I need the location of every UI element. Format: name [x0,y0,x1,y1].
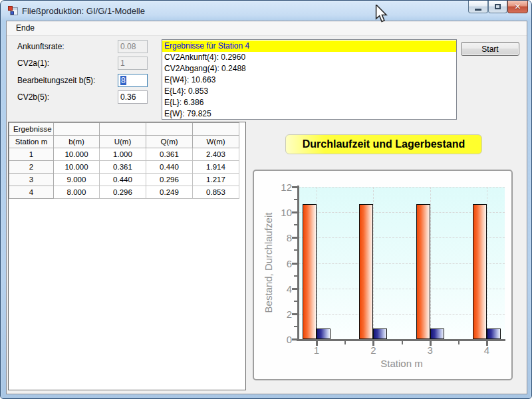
bar-lagerbestand [430,329,444,339]
menu-bar: Ende [7,21,527,36]
y-axis-line [297,186,299,341]
row-header-cell[interactable]: 4 [9,186,54,199]
result-list-item[interactable]: CV2Ankunft(4): 0.2960 [162,52,456,63]
bar-lagerbestand [487,329,501,339]
ankunftsrate-label: Ankunftsrate: [17,42,65,51]
results-listbox[interactable]: Ergebnisse für Station 4CV2Ankunft(4): 0… [162,39,457,120]
x-tick-label: 1 [314,344,319,356]
x-tick-label: 4 [484,344,489,356]
data-cell[interactable]: 1.217 [193,174,239,186]
table-caption-empty-cell [54,123,100,136]
y-minor-tick [294,199,297,200]
mouse-cursor-icon [375,5,388,23]
maximize-icon [495,4,501,9]
ankunftsrate-input[interactable]: 0.08 [118,40,148,53]
bar-chart: 0246810121234 Bestand, Durchlaufzeit Sta… [253,170,513,380]
bar-lagerbestand [317,329,331,339]
v-gridline [317,187,317,339]
y-major-tick [292,313,297,315]
window-frame: Fließproduktion: GI/G/1-Modelle ✕ Ende A… [0,0,532,399]
x-tick-label: 2 [370,344,376,356]
table-row: 48.0000.2960.2490.853 [9,186,239,199]
cv2a1-label: CV2a(1): [17,59,49,68]
table-caption-empty-cell [193,123,239,136]
minimize-button[interactable] [468,1,488,13]
data-cell[interactable]: 0.296 [100,186,146,199]
row-header-cell[interactable]: 2 [9,161,54,174]
bar-durchlaufzeit [473,204,487,339]
v-gridline [487,187,487,339]
chart-title: Durchlaufzeit und Lagerbestand [285,134,482,154]
y-axis-title: Bestand, Durchlaufzeit [263,213,274,313]
result-list-item[interactable]: Ergebnisse für Station 4 [162,41,456,52]
maximize-button[interactable] [488,1,507,13]
result-list-item[interactable]: E{W}: 79.825 [162,108,456,120]
result-list-item[interactable]: E{L4}: 0.853 [162,86,456,97]
y-major-tick [292,288,297,290]
window-title: Fließproduktion: GI/G/1-Modelle [22,6,145,16]
data-cell[interactable]: 8.000 [54,186,100,199]
data-cell[interactable]: 0.249 [146,186,193,199]
y-major-tick [292,186,297,188]
y-major-tick [292,237,297,239]
data-cell[interactable]: 10.000 [54,148,100,161]
row-header-cell[interactable]: 3 [9,174,54,186]
y-tick-label: 12 [261,182,292,193]
data-cell[interactable]: 2.403 [193,148,239,161]
bearbeitungszeit-b5-label: Bearbeitungszeit b(5): [17,76,95,85]
data-cell[interactable]: 0.361 [100,161,146,174]
row-header-cell[interactable]: 1 [9,148,54,161]
table-row: 39.0000.4400.2961.217 [9,174,239,186]
result-list-item[interactable]: E{L}: 6.386 [162,97,456,108]
y-major-tick [292,211,297,213]
y-minor-tick [294,326,297,327]
column-header[interactable]: U(m) [100,136,146,148]
table-caption-empty-cell [146,123,193,136]
data-cell[interactable]: 1.914 [193,161,239,174]
column-header[interactable]: Q(m) [146,136,193,148]
data-cell[interactable]: 9.000 [54,174,100,186]
client-area: Ende Ankunftsrate:0.08CV2a(1):1Bearbeitu… [6,21,527,394]
data-cell[interactable]: 0.296 [146,174,193,186]
column-header[interactable]: Station m [9,136,54,148]
result-list-item[interactable]: E{W4}: 10.663 [162,74,456,86]
bearbeitungszeit-b5-input[interactable]: 8 [118,74,148,87]
start-button[interactable]: Start [461,42,519,56]
v-gridline [373,187,374,339]
table-row: 110.0001.0000.3612.403 [9,148,239,161]
table-row: 210.0000.3610.4401.914 [9,161,239,174]
menu-item-ende[interactable]: Ende [11,21,40,35]
data-cell[interactable]: 0.853 [193,186,239,199]
column-header[interactable]: b(m) [54,136,100,148]
x-minor-tick [458,341,460,344]
data-cell[interactable]: 0.361 [146,148,193,161]
y-major-tick [292,338,297,340]
bar-durchlaufzeit [359,204,373,339]
title-bar[interactable]: Fließproduktion: GI/G/1-Modelle ✕ [1,1,531,21]
x-minor-tick [344,341,346,344]
bar-durchlaufzeit [303,204,317,339]
column-header[interactable]: W(m) [193,136,239,148]
data-cell[interactable]: 0.440 [100,174,146,186]
result-list-item[interactable]: CV2Abgang(4): 0.2488 [162,63,456,74]
x-axis-title: Station m [380,358,422,369]
close-button[interactable]: ✕ [507,1,528,13]
application-icon [8,5,19,16]
y-minor-tick [294,224,297,225]
data-cell[interactable]: 0.440 [146,161,193,174]
table-caption-cell: Ergebnisse [9,123,54,136]
x-tick-label: 3 [428,344,433,356]
data-cell[interactable]: 10.000 [54,161,100,174]
bar-lagerbestand [373,329,387,339]
cv2b5-input[interactable]: 0.36 [118,90,148,104]
bar-durchlaufzeit [416,204,430,339]
y-minor-tick [294,301,297,302]
cv2b5-label: CV2b(5): [17,92,49,102]
h-gridline [299,187,505,188]
cv2a1-input[interactable]: 1 [118,57,148,70]
data-cell[interactable]: 1.000 [100,148,146,161]
application-window: Fließproduktion: GI/G/1-Modelle ✕ Ende A… [0,0,532,399]
x-minor-tick [402,341,403,344]
results-panel: ErgebnisseStation mb(m)U(m)Q(m)W(m)110.0… [8,122,246,390]
y-minor-tick [294,275,297,277]
